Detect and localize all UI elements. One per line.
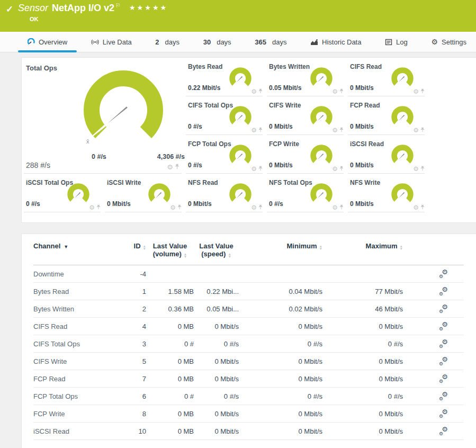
gear-icon[interactable]: ⚙ [332, 166, 338, 172]
gear-icon[interactable]: ⚙ [251, 166, 257, 172]
gear-icon[interactable]: ⚙ [251, 88, 257, 95]
edit-channel-gears-icon[interactable]: ⚙ ⚙ [439, 269, 448, 277]
gauge-card[interactable]: iSCSI Total Ops 0 #/s ⚙ [24, 174, 101, 212]
edit-channel-gears-icon[interactable]: ⚙ ⚙ [439, 339, 448, 347]
pin-icon[interactable] [339, 166, 344, 172]
channel-name[interactable]: Bytes Read [33, 283, 122, 300]
gauge-title: Total Ops [26, 64, 57, 72]
gear-icon: ⚙ [431, 38, 438, 46]
gear-icon[interactable]: ⚙ [332, 88, 338, 95]
edit-channel-gears-icon[interactable]: ⚙ ⚙ [439, 356, 448, 365]
column-minimum[interactable]: Minimum▲▼ [239, 234, 322, 265]
gear-icon[interactable]: ⚙ [89, 204, 95, 211]
status-ok-check-icon: ✓ [6, 4, 13, 15]
channel-name[interactable]: FCP Read [33, 370, 122, 388]
tab-bar: Overview Live Data 2days 30days 365days … [0, 32, 476, 52]
gauge-title: FCP Total Ops [188, 140, 231, 148]
gear-icon[interactable]: ⚙ [413, 204, 419, 211]
edit-channel-gears-icon[interactable]: ⚙ ⚙ [439, 374, 448, 382]
gear-icon[interactable]: ⚙ [167, 164, 173, 171]
gauge-card[interactable]: CIFS Write 0 Mbit/s ⚙ [267, 96, 344, 135]
flag-icon[interactable]: ⚐ [115, 2, 121, 8]
last-value-speed: 0 Mbit/s [194, 423, 239, 440]
main-gauge-card[interactable]: Total Ops x̄ 0 #/s 4,306 #/s 288 #/s ⚙ [24, 58, 182, 174]
table-row: FCP Total Ops 6 0 # 0 #/s 0 #/s 0 #/s ⚙ … [33, 388, 464, 405]
tab-log[interactable]: Log [380, 32, 413, 52]
column-id[interactable]: ID▲▼ [122, 234, 146, 265]
channel-name[interactable]: FCP Total Ops [33, 388, 122, 405]
gauge-card[interactable]: NFS Write 0 Mbit/s ⚙ [348, 174, 425, 212]
gauge-card[interactable]: NFS Read 0 Mbit/s ⚙ [186, 174, 263, 212]
gauge-card[interactable]: iSCSI Write 0 Mbit/s ⚙ [105, 174, 182, 212]
pin-icon[interactable] [258, 127, 263, 133]
pin-icon[interactable] [420, 204, 425, 211]
pin-icon[interactable] [339, 204, 344, 211]
edit-channel-gears-icon[interactable]: ⚙ ⚙ [439, 426, 448, 435]
gauge-card[interactable]: CIFS Read 0 Mbit/s ⚙ [348, 58, 425, 96]
edit-channel-gears-icon[interactable]: ⚙ ⚙ [439, 321, 448, 330]
channel-name[interactable]: CIFS Read [33, 318, 122, 335]
gauge-card[interactable]: FCP Write 0 Mbit/s ⚙ [267, 135, 344, 174]
edit-channel-gears-icon[interactable]: ⚙ ⚙ [439, 391, 448, 400]
pin-icon[interactable] [339, 127, 344, 133]
channel-name[interactable]: CIFS Write [33, 353, 122, 370]
gauge [389, 142, 416, 169]
tab-overview[interactable]: Overview [22, 32, 73, 52]
pin-icon[interactable] [175, 164, 179, 171]
gear-icon[interactable]: ⚙ [413, 127, 419, 133]
gear-icon[interactable]: ⚙ [251, 204, 257, 211]
priority-stars[interactable]: ★★★★★ [129, 4, 168, 12]
gauge-card[interactable]: Bytes Written 0.05 Mbit/s ⚙ [267, 58, 344, 96]
gauge-title: iSCSI Read [350, 140, 384, 148]
pin-icon[interactable] [420, 88, 425, 95]
gear-icon[interactable]: ⚙ [413, 166, 419, 172]
gauge-card[interactable]: iSCSI Read 0 Mbit/s ⚙ [348, 135, 425, 174]
gear-icon[interactable]: ⚙ [332, 127, 338, 133]
pin-icon[interactable] [420, 166, 425, 172]
channel-name[interactable]: Downtime [33, 265, 122, 283]
column-channel[interactable]: Channel▼ [33, 234, 122, 265]
column-last-value-speed[interactable]: Last Value (speed)▲▼ [194, 234, 239, 265]
gauge-card[interactable]: Bytes Read 0.22 Mbit/s ⚙ [186, 58, 263, 96]
pin-icon[interactable] [258, 88, 263, 95]
gear-icon[interactable]: ⚙ [170, 204, 176, 211]
gear-icon[interactable]: ⚙ [251, 127, 257, 133]
gauge-value: 0 Mbit/s [350, 123, 374, 130]
channel-id: -4 [122, 265, 146, 283]
pin-icon[interactable] [258, 204, 263, 211]
gauge-value: 0 Mbit/s [269, 162, 293, 169]
pin-icon[interactable] [258, 166, 263, 172]
tab-historic-data[interactable]: Historic Data [305, 32, 366, 52]
gauge-card[interactable]: FCP Total Ops 0 #/s ⚙ [186, 135, 263, 174]
pin-icon[interactable] [177, 204, 182, 211]
edit-channel-gears-icon[interactable]: ⚙ ⚙ [439, 304, 448, 312]
tab-2-days[interactable]: 2days [150, 32, 185, 52]
gauge-value: 0 #/s [188, 123, 202, 130]
tab-settings[interactable]: ⚙ Settings [426, 32, 472, 52]
gauge-card[interactable]: FCP Read 0 Mbit/s ⚙ [348, 96, 425, 135]
pin-icon[interactable] [420, 127, 425, 133]
column-last-value-volume[interactable]: Last Value (volume)▲▼ [146, 234, 194, 265]
pin-icon[interactable] [339, 88, 344, 95]
channel-name[interactable]: Bytes Written [33, 300, 122, 318]
pin-icon[interactable] [96, 204, 101, 211]
minimum-value: 0 Mbit/s [239, 423, 322, 440]
edit-channel-gears-icon[interactable]: ⚙ ⚙ [439, 409, 448, 417]
channel-name[interactable]: iSCSI Read [33, 423, 122, 440]
sort-desc-icon: ▼ [64, 244, 68, 249]
column-maximum[interactable]: Maximum▲▼ [322, 234, 403, 265]
edit-channel-gears-icon[interactable]: ⚙ ⚙ [439, 286, 448, 295]
gear-icon[interactable]: ⚙ [332, 204, 338, 211]
tab-30-days[interactable]: 30days [198, 32, 237, 52]
gauge-value: 0.05 Mbit/s [269, 84, 301, 92]
gear-icon[interactable]: ⚙ [413, 88, 419, 95]
sort-icon: ▲▼ [228, 253, 231, 258]
gauge-value: 288 #/s [26, 161, 50, 169]
gauge-card[interactable]: CIFS Total Ops 0 #/s ⚙ [186, 96, 263, 135]
tab-live-data[interactable]: Live Data [86, 32, 137, 52]
channel-name[interactable]: FCP Write [33, 405, 122, 423]
gauge-card[interactable]: NFS Total Ops 0 #/s ⚙ [267, 174, 344, 212]
gauge-title: FCP Write [269, 140, 299, 148]
tab-365-days[interactable]: 365days [249, 32, 292, 52]
channel-name[interactable]: CIFS Total Ops [33, 335, 122, 353]
